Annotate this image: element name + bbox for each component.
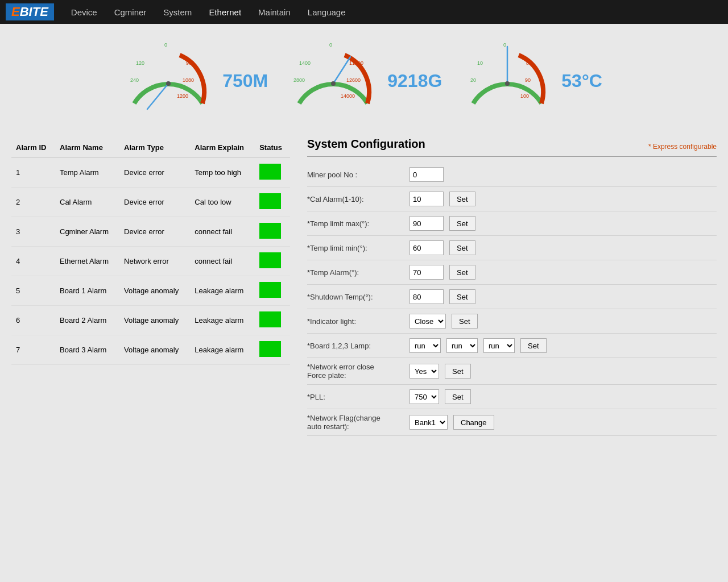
svg-text:1400: 1400 xyxy=(299,60,311,66)
input-calalarm[interactable] xyxy=(410,192,444,206)
select-board1lamp[interactable]: runstop xyxy=(410,338,441,353)
select-indicatorlight[interactable]: Close Open xyxy=(410,314,446,329)
change-networkflag-button[interactable]: Change xyxy=(453,415,494,430)
gauge-gigahash: 2800 1400 0 11200 12600 14000 xyxy=(291,35,382,126)
svg-text:20: 20 xyxy=(470,77,476,83)
cell-alarm-type: Voltage anomaly xyxy=(119,335,190,365)
status-indicator xyxy=(259,311,281,327)
config-row-networkerror: *Network error closeForce plate: YesNo S… xyxy=(307,358,717,385)
cell-alarm-explain: Leakage alarm xyxy=(190,306,255,335)
label-indicatorlight: *Indicator light: xyxy=(307,317,410,326)
select-board3lamp[interactable]: runstop xyxy=(483,338,515,353)
nav-ethernet[interactable]: Ethernet xyxy=(209,7,241,17)
set-templimitmin-button[interactable]: Set xyxy=(449,240,475,255)
cell-alarm-name: Board 2 Alarm xyxy=(55,306,119,335)
set-boardlamp-button[interactable]: Set xyxy=(520,338,547,353)
status-indicator xyxy=(259,223,281,239)
col-alarm-name: Alarm Name xyxy=(55,138,119,158)
gauge-group-temp: 20 10 0 80 90 100 53°C xyxy=(465,35,602,126)
svg-text:1200: 1200 xyxy=(177,93,188,99)
gauge-gigahash-value: 9218G xyxy=(387,70,442,92)
label-tempalarm: *Temp Alarm(°): xyxy=(307,268,410,277)
svg-text:12600: 12600 xyxy=(346,77,361,83)
table-row: 7 Board 3 Alarm Voltage anomaly Leakage … xyxy=(11,335,290,365)
svg-text:1080: 1080 xyxy=(183,77,194,83)
input-templimitmin[interactable] xyxy=(410,240,444,255)
logo: EBITE xyxy=(6,3,54,20)
input-minerpool[interactable] xyxy=(410,167,444,182)
label-networkerror: *Network error closeForce plate: xyxy=(307,363,410,380)
config-row-indicatorlight: *Indicator light: Close Open Set xyxy=(307,309,717,334)
gauge-section: 240 120 0 960 1080 1200 750M 2800 1400 0… xyxy=(0,24,728,138)
svg-text:0: 0 xyxy=(329,42,332,48)
select-networkflag[interactable]: Bank1Bank2 xyxy=(410,415,448,430)
input-shutdowntemp[interactable] xyxy=(410,289,444,304)
set-indicatorlight-button[interactable]: Set xyxy=(452,314,478,329)
table-row: 2 Cal Alarm Device error Cal too low xyxy=(11,188,290,217)
svg-text:11200: 11200 xyxy=(349,60,363,66)
col-alarm-id: Alarm ID xyxy=(11,138,55,158)
svg-point-23 xyxy=(505,81,510,86)
svg-text:0: 0 xyxy=(164,42,167,48)
select-board2lamp[interactable]: runstop xyxy=(446,338,478,353)
svg-text:240: 240 xyxy=(130,77,139,83)
cell-status xyxy=(255,217,290,247)
cell-alarm-explain: connect fail xyxy=(190,247,255,276)
col-alarm-type: Alarm Type xyxy=(119,138,190,158)
input-templimitmax[interactable] xyxy=(410,216,444,231)
cell-alarm-name: Temp Alarm xyxy=(55,158,119,188)
config-row-templimitmax: *Temp limit max(°): Set xyxy=(307,211,717,236)
cell-alarm-id: 6 xyxy=(11,306,55,335)
table-row: 4 Ethernet Alarm Network error connect f… xyxy=(11,247,290,276)
nav-cgminer[interactable]: Cgminer xyxy=(114,7,147,17)
svg-point-7 xyxy=(166,81,171,86)
svg-text:120: 120 xyxy=(136,60,144,66)
set-shutdowntemp-button[interactable]: Set xyxy=(449,289,475,304)
svg-text:2800: 2800 xyxy=(293,77,305,83)
cell-alarm-explain: Temp too high xyxy=(190,158,255,188)
table-row: 1 Temp Alarm Device error Temp too high xyxy=(11,158,290,188)
set-networkerror-button[interactable]: Set xyxy=(445,364,471,379)
cell-alarm-explain: connect fail xyxy=(190,217,255,247)
cell-alarm-name: Cgminer Alarm xyxy=(55,217,119,247)
set-tempalarm-button[interactable]: Set xyxy=(449,265,475,280)
config-row-calalarm: *Cal Alarm(1-10): Set xyxy=(307,187,717,211)
select-pll[interactable]: 750800850 xyxy=(410,389,439,404)
cell-alarm-name: Board 3 Alarm xyxy=(55,335,119,365)
col-alarm-explain: Alarm Explain xyxy=(190,138,255,158)
cell-alarm-explain: Leakage alarm xyxy=(190,335,255,365)
set-calalarm-button[interactable]: Set xyxy=(449,192,475,206)
set-pll-button[interactable]: Set xyxy=(445,389,471,404)
select-networkerror[interactable]: YesNo xyxy=(410,364,439,379)
config-divider xyxy=(307,156,717,157)
label-pll: *PLL: xyxy=(307,393,410,401)
gauge-temp: 20 10 0 80 90 100 xyxy=(465,35,556,126)
cell-alarm-type: Device error xyxy=(119,188,190,217)
cell-alarm-id: 1 xyxy=(11,158,55,188)
nav-device[interactable]: Device xyxy=(71,7,97,17)
config-row-templimitmin: *Temp limit min(°): Set xyxy=(307,236,717,260)
cell-alarm-type: Voltage anomaly xyxy=(119,306,190,335)
svg-text:14000: 14000 xyxy=(341,93,355,99)
cell-status xyxy=(255,158,290,188)
svg-text:960: 960 xyxy=(186,60,195,66)
cell-alarm-id: 4 xyxy=(11,247,55,276)
config-title: System Configuration xyxy=(307,138,425,151)
svg-point-15 xyxy=(331,81,336,86)
nav-system[interactable]: System xyxy=(163,7,192,17)
cell-alarm-explain: Leakage alarm xyxy=(190,276,255,306)
set-templimitmax-button[interactable]: Set xyxy=(449,216,475,231)
nav-maintain[interactable]: Maintain xyxy=(258,7,291,17)
nav-links: Device Cgminer System Ethernet Maintain … xyxy=(71,7,346,17)
label-calalarm: *Cal Alarm(1-10): xyxy=(307,195,410,203)
cell-alarm-type: Network error xyxy=(119,247,190,276)
status-indicator xyxy=(259,164,281,180)
svg-text:90: 90 xyxy=(525,77,531,83)
nav-language[interactable]: Language xyxy=(308,7,346,17)
status-indicator xyxy=(259,341,281,357)
express-note: * Express configurable xyxy=(648,143,717,151)
cell-alarm-id: 5 xyxy=(11,276,55,306)
label-boardlamp: *Board 1,2,3 Lamp: xyxy=(307,342,410,350)
table-row: 6 Board 2 Alarm Voltage anomaly Leakage … xyxy=(11,306,290,335)
input-tempalarm[interactable] xyxy=(410,265,444,280)
